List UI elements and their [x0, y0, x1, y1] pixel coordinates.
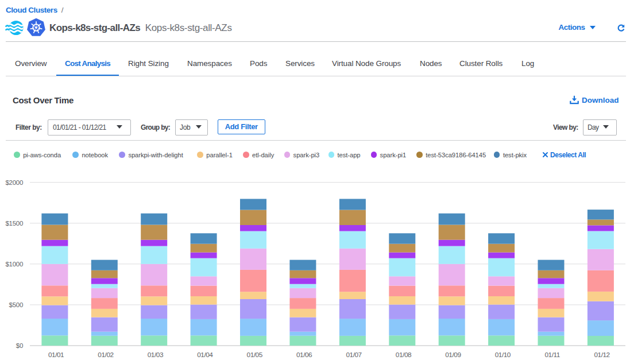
svg-text:01/07: 01/07 — [346, 351, 361, 359]
svg-text:01/02: 01/02 — [98, 351, 113, 359]
svg-text:01/12: 01/12 — [594, 351, 609, 359]
svg-text:01/03: 01/03 — [148, 351, 164, 359]
svg-text:01/10: 01/10 — [495, 351, 511, 359]
svg-text:$1500: $1500 — [6, 220, 23, 227]
svg-text:01/01: 01/01 — [48, 351, 64, 359]
svg-text:$1000: $1000 — [6, 261, 23, 268]
svg-text:01/05: 01/05 — [247, 351, 263, 359]
svg-text:01/09: 01/09 — [445, 351, 461, 359]
svg-text:01/08: 01/08 — [396, 351, 412, 359]
svg-text:$500: $500 — [9, 301, 23, 308]
svg-text:01/11: 01/11 — [544, 351, 559, 359]
svg-text:01/04: 01/04 — [197, 351, 213, 359]
svg-text:$0: $0 — [16, 342, 23, 349]
svg-text:$2000: $2000 — [6, 179, 23, 186]
svg-text:01/06: 01/06 — [296, 351, 312, 359]
